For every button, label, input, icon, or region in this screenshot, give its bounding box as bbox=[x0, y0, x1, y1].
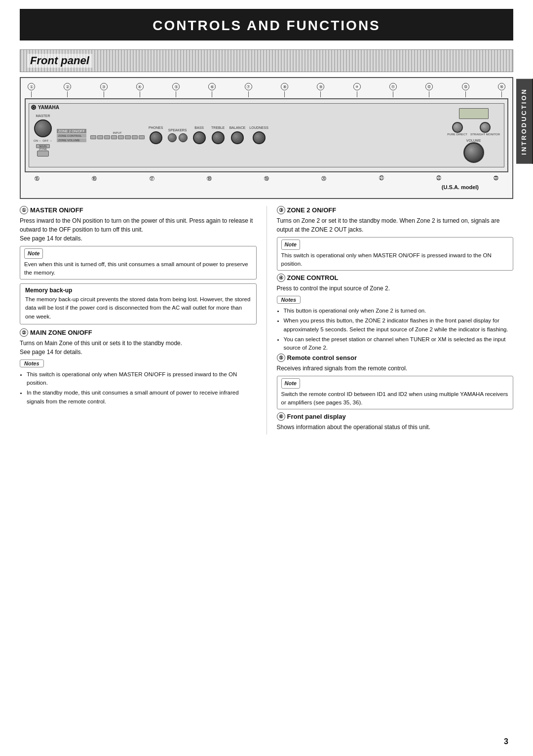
marker-21: ㉑ bbox=[379, 175, 384, 182]
note-item-zonecontrol-2: When you press this button, the ZONE 2 i… bbox=[284, 317, 514, 334]
note-box-remote: Note Switch the remote control ID betwee… bbox=[277, 376, 514, 409]
note-text-zone2: This switch is operational only when MAS… bbox=[281, 252, 492, 267]
marker-18: ⑱ bbox=[207, 175, 212, 182]
marker-23: ㉓ bbox=[494, 175, 498, 182]
notes-list-zonecontrol: This button is operational only when Zon… bbox=[277, 307, 514, 352]
yamaha-brand-text: YAMAHA bbox=[38, 105, 59, 110]
notes-label-mainzone: Notes bbox=[20, 359, 44, 367]
section-5-body: Receives infrared signals from the remot… bbox=[277, 364, 514, 373]
section-6-body: Shows information about the operational … bbox=[277, 423, 514, 432]
device-box: ⊛ YAMAHA MASTER ON ← OFF → MAIN ZONE ZON… bbox=[25, 98, 508, 172]
section-master-heading: ① MASTER ON/OFF bbox=[20, 206, 257, 214]
device-diagram: ① ② ③ ④ ⑤ ⑥ ⑦ ⑧ ⑨ ⑩ ⑪ ⑫ ⑬ ⑭ ⊛ YAMAHA MAS… bbox=[20, 77, 513, 199]
note-box-master: Note Even when this unit is turned off, … bbox=[20, 246, 257, 279]
marker-9: ⑨ bbox=[317, 83, 324, 97]
marker-12: ⑫ bbox=[425, 83, 433, 97]
marker-2: ② bbox=[64, 83, 71, 97]
marker-14: ⑭ bbox=[498, 83, 505, 97]
master-knob-icon bbox=[34, 119, 52, 137]
memory-box: Memory back-up The memory back-up circui… bbox=[20, 283, 257, 324]
device-interior: MASTER ON ← OFF → MAIN ZONE ZONE 2 ON/OF… bbox=[29, 103, 504, 167]
section-6-title: Front panel display bbox=[287, 413, 346, 420]
main-title: CONTROLS AND FUNCTIONS bbox=[20, 18, 513, 34]
marker-19: ⑲ bbox=[264, 175, 269, 182]
section-3-num: ③ bbox=[277, 206, 285, 214]
section-5-title: Remote control sensor bbox=[287, 354, 357, 361]
section-2-body: Turns on Main Zone of this unit or sets … bbox=[20, 339, 257, 357]
note-text-remote: Switch the remote control ID between ID1… bbox=[281, 391, 508, 405]
section-3-body: Turns on Zone 2 or set it to the standby… bbox=[277, 216, 514, 234]
section-1-num: ① bbox=[20, 206, 28, 214]
dev-display-section: PURE DIRECT STRAIGHT MONITOR VOLUME bbox=[446, 107, 501, 164]
yamaha-logo-symbol: ⊛ bbox=[31, 103, 37, 111]
section-2-num: ② bbox=[20, 328, 28, 337]
section-zonecontrol-heading: ④ ZONE CONTROL bbox=[277, 274, 514, 282]
front-panel-banner: Front panel bbox=[20, 49, 513, 72]
treble-knob-icon bbox=[212, 131, 225, 144]
marker-22: ㉒ bbox=[436, 175, 441, 182]
note-label-remote: Note bbox=[281, 378, 300, 389]
memory-box-title: Memory back-up bbox=[25, 287, 251, 294]
section-2-title: MAIN ZONE ON/OFF bbox=[30, 329, 92, 336]
speaker-b-icon bbox=[179, 133, 188, 142]
page-number: 3 bbox=[504, 737, 508, 746]
marker-1: ① bbox=[28, 83, 35, 97]
note-box-zone2: Note This switch is operational only whe… bbox=[277, 237, 514, 271]
top-number-row: ① ② ③ ④ ⑤ ⑥ ⑦ ⑧ ⑨ ⑩ ⑪ ⑫ ⑬ ⑭ bbox=[25, 83, 508, 97]
note-item-zonecontrol-1: This button is operational only when Zon… bbox=[284, 307, 514, 315]
content-area: ① MASTER ON/OFF Press inward to the ON p… bbox=[20, 206, 513, 435]
section-5-num: ⑤ bbox=[277, 354, 285, 362]
note-item-zonecontrol-3: You can select the preset station or cha… bbox=[284, 335, 514, 353]
section-1-body: Press inward to the ON position to turn … bbox=[20, 216, 257, 243]
section-zone2-heading: ③ ZONE 2 ON/OFF bbox=[277, 206, 514, 214]
section-4-num: ④ bbox=[277, 274, 285, 282]
marker-17: ⑰ bbox=[150, 175, 154, 182]
memory-box-body: The memory back-up circuit prevents the … bbox=[25, 295, 251, 321]
front-panel-title: Front panel bbox=[27, 54, 92, 68]
marker-6: ⑥ bbox=[208, 83, 216, 97]
marker-5: ⑤ bbox=[172, 83, 180, 97]
usa-model-label: (U.S.A. model) bbox=[25, 184, 479, 190]
loudness-knob-icon bbox=[253, 131, 266, 144]
front-display-icon bbox=[459, 108, 489, 119]
section-3-title: ZONE 2 ON/OFF bbox=[287, 206, 337, 214]
section-4-title: ZONE CONTROL bbox=[287, 274, 339, 281]
dev-speakers: SPEAKERS bbox=[166, 107, 189, 164]
dev-loudness: LOUDNESS bbox=[248, 107, 269, 164]
note-item-mainzone-1: This switch is operational only when MAS… bbox=[27, 370, 257, 388]
side-tab-introduction: INTRODUCTION bbox=[516, 79, 533, 164]
dev-input-section: INPUT bbox=[89, 107, 146, 164]
main-title-bar: CONTROLS AND FUNCTIONS bbox=[20, 9, 513, 40]
right-column: ③ ZONE 2 ON/OFF Turns on Zone 2 or set i… bbox=[267, 206, 514, 435]
section-1-title: MASTER ON/OFF bbox=[30, 206, 83, 214]
marker-3: ③ bbox=[100, 83, 108, 97]
balance-knob-icon bbox=[231, 131, 244, 144]
dev-master-section: MASTER ON ← OFF → MAIN ZONE bbox=[32, 107, 54, 164]
dev-zone2-section: ZONE 2 ON/OFF ZONE CONTROL ZONE VOLUME bbox=[56, 107, 87, 164]
dev-treble: TREBLE bbox=[210, 107, 227, 164]
section-remote-heading: ⑤ Remote control sensor bbox=[277, 354, 514, 362]
dev-phones: PHONES bbox=[148, 107, 164, 164]
section-mainzone-heading: ② MAIN ZONE ON/OFF bbox=[20, 328, 257, 337]
section-6-num: ⑥ bbox=[277, 412, 285, 421]
section-4-body: Press to control the input source of Zon… bbox=[277, 284, 514, 293]
marker-13: ⑬ bbox=[462, 83, 469, 97]
marker-20: ⑳ bbox=[321, 175, 326, 182]
bass-knob-icon bbox=[193, 131, 206, 144]
section-display-heading: ⑥ Front panel display bbox=[277, 412, 514, 421]
marker-16: ⑯ bbox=[92, 175, 97, 182]
notes-list-mainzone: This switch is operational only when MAS… bbox=[20, 370, 257, 406]
phones-knob-icon bbox=[150, 131, 162, 144]
note-label-zone2: Note bbox=[281, 239, 300, 250]
note-item-mainzone-2: In the standby mode, this unit consumes … bbox=[27, 389, 257, 406]
marker-7: ⑦ bbox=[245, 83, 252, 97]
yamaha-logo: ⊛ YAMAHA bbox=[31, 103, 59, 111]
note-label-master: Note bbox=[24, 248, 43, 259]
notes-label-zonecontrol: Notes bbox=[277, 296, 301, 304]
marker-4: ④ bbox=[136, 83, 144, 97]
notes-section-mainzone: Notes This switch is operational only wh… bbox=[20, 359, 257, 406]
note-text-master: Even when this unit is turned off, this … bbox=[24, 261, 248, 276]
dev-balance: BALANCE bbox=[228, 107, 247, 164]
marker-15: ⑮ bbox=[35, 175, 39, 182]
marker-8: ⑧ bbox=[281, 83, 288, 97]
